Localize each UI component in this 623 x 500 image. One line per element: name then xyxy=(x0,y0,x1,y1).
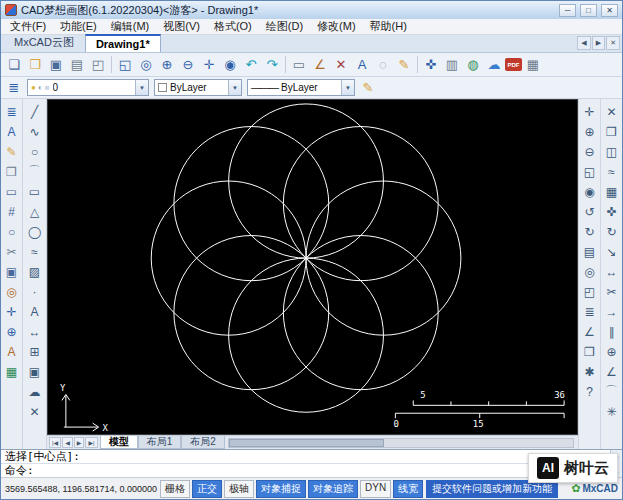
wblock-icon[interactable]: ▣ xyxy=(25,362,44,381)
polyline-icon[interactable]: ∿ xyxy=(25,122,44,141)
sheet-nav-prev[interactable]: ◀ xyxy=(62,437,73,448)
minimize-button[interactable]: ─ xyxy=(559,4,576,17)
print-preview-icon[interactable]: ◰ xyxy=(88,55,108,75)
hand-tool-icon[interactable]: ✜ xyxy=(421,55,441,75)
menu-view[interactable]: 视图(V) xyxy=(156,18,207,35)
doc-tab-scroll-right[interactable]: ▶ xyxy=(592,36,605,50)
pan-icon[interactable]: ✛ xyxy=(199,55,219,75)
break-icon[interactable]: ∥ xyxy=(602,322,621,341)
hscrollbar-thumb[interactable] xyxy=(229,439,384,447)
zoom-window-icon[interactable]: ◱ xyxy=(115,55,135,75)
dimension-icon[interactable]: ↔ xyxy=(25,322,44,341)
properties-icon[interactable]: ≣ xyxy=(2,102,21,121)
new-file-icon[interactable]: ❏ xyxy=(4,55,24,75)
move-tool-icon[interactable]: ✛ xyxy=(2,302,21,321)
measure-icon[interactable]: ∠ xyxy=(310,55,330,75)
toggle-dyn[interactable]: DYN xyxy=(360,480,391,498)
zoom-extents-icon[interactable]: ◉ xyxy=(220,55,240,75)
line-icon[interactable]: ╱ xyxy=(25,102,44,121)
text-style-icon[interactable]: A xyxy=(2,122,21,141)
named-view-icon[interactable]: ▤ xyxy=(580,242,599,261)
ellipse-icon[interactable]: ◯ xyxy=(25,222,44,241)
layer-lock-icon[interactable]: ■ xyxy=(45,84,50,92)
rect-icon[interactable]: ▭ xyxy=(25,182,44,201)
offset-icon[interactable]: ≈ xyxy=(602,162,621,181)
sheet-tab-layout1[interactable]: 布局1 xyxy=(138,436,182,449)
layer-dropdown[interactable]: ●◐■ 0 ▼ xyxy=(27,79,149,96)
scale-icon[interactable]: ↘ xyxy=(602,242,621,261)
find-icon[interactable]: ◌ xyxy=(373,55,393,75)
circle-icon[interactable]: ○ xyxy=(25,142,44,161)
zoom-dynamic-icon[interactable]: ◎ xyxy=(136,55,156,75)
zoom-window-view-icon[interactable]: ◱ xyxy=(580,162,599,181)
zoom-previous-icon[interactable]: ↺ xyxy=(580,202,599,221)
block-icon[interactable]: ▣ xyxy=(2,262,21,281)
annotation-icon[interactable]: A xyxy=(2,342,21,361)
open-file-icon[interactable]: ❒ xyxy=(25,55,45,75)
revcloud-icon[interactable]: ☁ xyxy=(25,382,44,401)
undo-icon[interactable]: ↶ xyxy=(241,55,261,75)
help-icon[interactable]: ? xyxy=(580,382,599,401)
doc-tab-scroll-left[interactable]: ◀ xyxy=(577,36,590,50)
toggle-otrack[interactable]: 对象追踪 xyxy=(308,480,358,498)
zoom-extents-view-icon[interactable]: ◉ xyxy=(580,182,599,201)
text-icon[interactable]: A xyxy=(352,55,372,75)
sheet-tab-model[interactable]: 模型 xyxy=(100,436,138,449)
layer-panel-icon[interactable]: ≣ xyxy=(580,302,599,321)
command-prompt-line[interactable]: 命令: xyxy=(1,464,610,477)
layer-dropdown-arrow[interactable]: ▼ xyxy=(135,80,148,95)
dtext-icon[interactable]: A xyxy=(25,302,44,321)
zoom-out-icon[interactable]: ⊖ xyxy=(178,55,198,75)
block-insert-icon[interactable]: ⊞ xyxy=(25,342,44,361)
plot-icon[interactable]: ▥ xyxy=(442,55,462,75)
sheet-nav-next[interactable]: ▶ xyxy=(74,437,85,448)
zoom-in-icon[interactable]: ⊕ xyxy=(157,55,177,75)
sheet-nav-first[interactable]: |◀ xyxy=(49,437,61,448)
pdf-export-icon[interactable]: PDF xyxy=(505,58,522,71)
toggle-polar[interactable]: 极轴 xyxy=(224,480,254,498)
rectangle-select-icon[interactable]: ▭ xyxy=(2,182,21,201)
toggle-osnap[interactable]: 对象捕捉 xyxy=(256,480,306,498)
chamfer-icon[interactable]: ∠ xyxy=(602,362,621,381)
scissors-icon[interactable]: ✂ xyxy=(2,242,21,261)
extend-icon[interactable]: → xyxy=(602,302,621,321)
cloud-icon[interactable]: ☁ xyxy=(484,55,504,75)
redo-icon[interactable]: ↷ xyxy=(262,55,282,75)
array-icon[interactable]: ▦ xyxy=(602,182,621,201)
move-modify-icon[interactable]: ✜ xyxy=(602,202,621,221)
doc-tab-mxcad-cloud[interactable]: MxCAD云图 xyxy=(3,32,85,52)
mirror-icon[interactable]: ◫ xyxy=(602,142,621,161)
color-dropdown-arrow[interactable]: ▼ xyxy=(228,80,241,95)
layer-freeze-icon[interactable]: ◐ xyxy=(38,84,43,92)
print-icon[interactable]: ▤ xyxy=(67,55,87,75)
drawing-canvas[interactable]: Y X 5 36 xyxy=(47,99,578,435)
circle-tool-icon[interactable]: ○ xyxy=(2,222,21,241)
sheet-nav-last[interactable]: ▶| xyxy=(85,437,97,448)
save-icon[interactable]: ▣ xyxy=(46,55,66,75)
polygon-icon[interactable]: △ xyxy=(25,202,44,221)
options-icon[interactable]: ✱ xyxy=(580,362,599,381)
close-button[interactable]: ✕ xyxy=(601,4,618,17)
menu-modify[interactable]: 修改(M) xyxy=(310,18,363,35)
erase-modify-icon[interactable]: ✕ xyxy=(602,102,621,121)
layer-on-icon[interactable]: ● xyxy=(31,84,36,92)
zoom-in-view-icon[interactable]: ⊕ xyxy=(580,122,599,141)
doc-tab-close[interactable]: ✕ xyxy=(606,36,620,50)
web-icon[interactable]: ◍ xyxy=(463,55,483,75)
join-icon[interactable]: ⊕ xyxy=(602,342,621,361)
sheet-tab-layout2[interactable]: 布局2 xyxy=(181,436,225,449)
measure-view-icon[interactable]: ∠ xyxy=(580,322,599,341)
trim-icon[interactable]: ✂ xyxy=(602,282,621,301)
draw-order-icon[interactable]: ❐ xyxy=(580,342,599,361)
orbit-icon[interactable]: ◎ xyxy=(580,262,599,281)
hatch-hash-icon[interactable]: # xyxy=(2,202,21,221)
linetype-dropdown-arrow[interactable]: ▼ xyxy=(341,80,354,95)
copy-clip-icon[interactable]: ❐ xyxy=(2,162,21,181)
image-icon[interactable]: ▦ xyxy=(2,362,21,381)
canvas-hscrollbar[interactable] xyxy=(228,438,574,448)
fillet-icon[interactable]: ⌒ xyxy=(602,382,621,401)
grid-icon[interactable]: ▦ xyxy=(523,55,543,75)
full-screen-icon[interactable]: ◰ xyxy=(580,282,599,301)
doc-tab-drawing1[interactable]: Drawing1* xyxy=(85,34,161,52)
center-snap-icon[interactable]: ◎ xyxy=(2,282,21,301)
